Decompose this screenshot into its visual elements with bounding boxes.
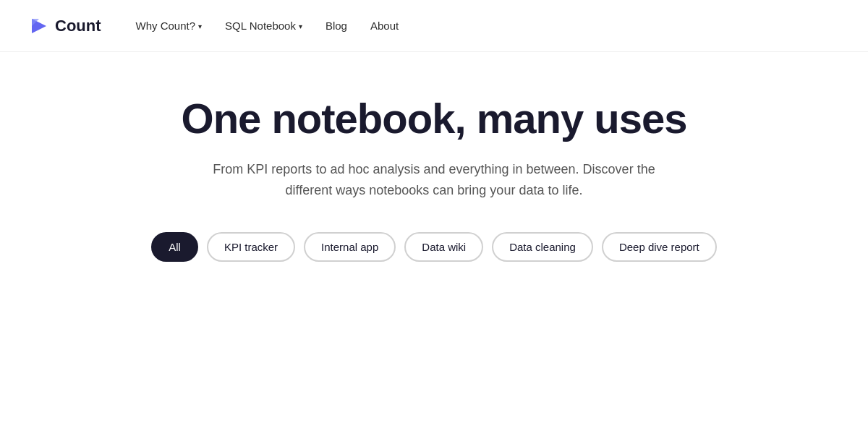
nav-link-sql-notebook[interactable]: SQL Notebook ▾	[225, 20, 302, 32]
filter-pills: All KPI tracker Internal app Data wiki D…	[151, 232, 717, 262]
filter-pill-deep-dive-report[interactable]: Deep dive report	[602, 232, 717, 262]
filter-pill-internal-app[interactable]: Internal app	[304, 232, 396, 262]
filter-pill-all[interactable]: All	[151, 232, 198, 262]
nav-link-about[interactable]: About	[370, 20, 399, 32]
hero-section: One notebook, many uses From KPI reports…	[0, 52, 868, 291]
nav-link-why-count[interactable]: Why Count? ▾	[136, 20, 203, 32]
nav-item-why-count[interactable]: Why Count? ▾	[136, 20, 203, 32]
nav-item-sql-notebook[interactable]: SQL Notebook ▾	[225, 20, 302, 32]
logo-text: Count	[55, 17, 101, 35]
chevron-down-icon: ▾	[198, 22, 202, 30]
hero-subtitle: From KPI reports to ad hoc analysis and …	[210, 159, 658, 201]
navbar: Count Why Count? ▾ SQL Notebook ▾ Blog A…	[0, 0, 868, 52]
filter-pill-data-wiki[interactable]: Data wiki	[404, 232, 483, 262]
logo-icon	[29, 16, 49, 36]
nav-item-blog[interactable]: Blog	[326, 20, 347, 32]
filter-pill-data-cleaning[interactable]: Data cleaning	[492, 232, 593, 262]
nav-links: Why Count? ▾ SQL Notebook ▾ Blog About	[136, 20, 399, 32]
filter-pill-kpi-tracker[interactable]: KPI tracker	[207, 232, 295, 262]
nav-item-about[interactable]: About	[370, 20, 399, 32]
hero-title: One notebook, many uses	[182, 95, 687, 142]
logo[interactable]: Count	[29, 16, 101, 36]
chevron-down-icon: ▾	[299, 22, 302, 30]
nav-link-blog[interactable]: Blog	[326, 20, 347, 32]
